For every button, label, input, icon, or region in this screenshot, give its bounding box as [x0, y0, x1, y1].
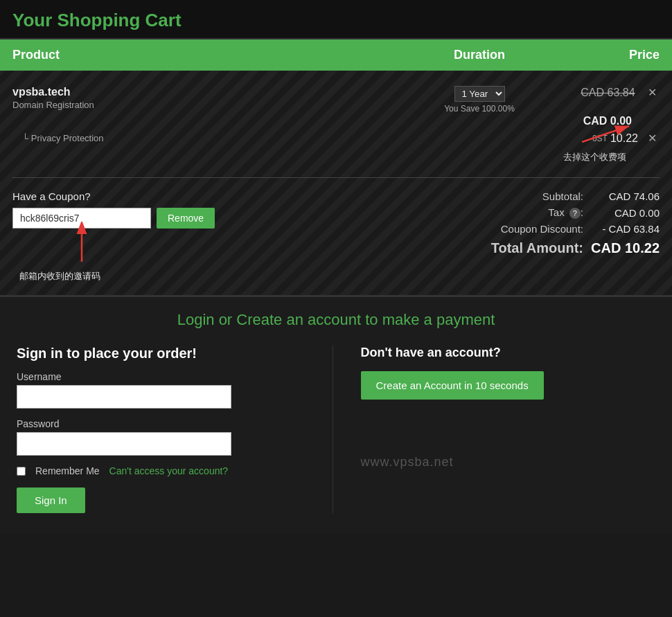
summary-section: Subtotal: CAD 74.06 Tax ?: CAD 0.00 Coup… [466, 190, 660, 260]
coupon-label: Have a Coupon? [12, 190, 466, 202]
login-heading: Login or Create an account to make a pay… [17, 311, 655, 329]
remember-label: Remember Me [35, 465, 100, 476]
page-wrapper: Your Shopping Cart Product Duration Pric… [0, 0, 672, 534]
sign-in-button[interactable]: Sign In [17, 488, 85, 513]
remember-checkbox[interactable] [17, 467, 26, 476]
cart-body: vpsba.tech Domain Registration 1 Year Yo… [0, 71, 672, 177]
privacy-label: └ Privacy Protection [12, 133, 549, 143]
remove-coupon-button[interactable]: Remove [157, 208, 215, 229]
coupon-discount-row: Coupon Discount: - CAD 63.84 [466, 223, 660, 235]
no-account-title: Don't have an account? [361, 346, 656, 360]
tax-label: Tax ?: [548, 206, 583, 219]
price-current-row: CAD 0.00 [12, 115, 660, 127]
privacy-row: └ Privacy Protection 0ST 10.22 ✕ [12, 129, 660, 147]
total-label: Total Amount: [491, 240, 583, 256]
save-text: You Save 100.00% [410, 104, 549, 114]
login-cols: Sign in to place your order! Username Pa… [17, 346, 655, 513]
svg-line-1 [582, 126, 629, 142]
username-input[interactable] [17, 385, 231, 409]
password-label: Password [17, 418, 312, 429]
login-right: Don't have an account? Create an Account… [333, 346, 656, 513]
forgot-link[interactable]: Can't access your account? [109, 465, 229, 476]
item-name: vpsba.tech [12, 86, 410, 98]
item-type: Domain Registration [12, 100, 410, 110]
cart-section: Product Duration Price vpsba.tech Domain… [0, 39, 672, 295]
coupon-annotation: 邮箱内收到的邀请码 [19, 270, 466, 283]
red-arrow-up-icon [68, 222, 96, 263]
remove-item-button[interactable]: ✕ [645, 86, 660, 99]
header-product: Product [12, 48, 410, 62]
header-duration: Duration [410, 48, 549, 62]
duration-select[interactable]: 1 Year [454, 86, 505, 102]
tax-value: CAD 0.00 [590, 207, 660, 219]
header-price: Price [549, 48, 660, 62]
page-title: Your Shopping Cart [0, 0, 672, 39]
red-arrow-icon [582, 123, 637, 143]
remember-row: Remember Me Can't access your account? [17, 465, 312, 476]
cart-header: Product Duration Price [0, 39, 672, 71]
remove-privacy-button[interactable]: ✕ [645, 132, 660, 145]
coupon-section: Have a Coupon? Remove 邮箱内收到的邀请码 [12, 190, 466, 283]
tax-row: Tax ?: CAD 0.00 [466, 206, 660, 219]
total-value: CAD 10.22 [590, 240, 660, 256]
total-row: Total Amount: CAD 10.22 [466, 240, 660, 256]
table-row: vpsba.tech Domain Registration 1 Year Yo… [12, 80, 660, 119]
subtotal-value: CAD 74.06 [590, 190, 660, 202]
subtotal-row: Subtotal: CAD 74.06 [466, 190, 660, 202]
watermark: www.vpsba.net [361, 441, 656, 470]
coupon-discount-label: Coupon Discount: [501, 223, 583, 235]
item-price: CAD 63.84 ✕ [549, 86, 660, 99]
login-left: Sign in to place your order! Username Pa… [17, 346, 333, 513]
annotation-right: 去掉这个收费项 [563, 152, 626, 162]
coupon-input-row: Remove [12, 208, 466, 229]
password-input[interactable] [17, 432, 231, 456]
item-duration: 1 Year You Save 100.00% [410, 86, 549, 114]
item-info: vpsba.tech Domain Registration [12, 86, 410, 110]
login-section: Login or Create an account to make a pay… [0, 295, 672, 534]
price-original: CAD 63.84 [581, 87, 635, 98]
tax-help-icon[interactable]: ? [569, 208, 581, 219]
create-account-button[interactable]: Create an Account in 10 seconds [361, 371, 544, 400]
coupon-summary-row: Have a Coupon? Remove 邮箱内收到的邀请码 [0, 178, 672, 295]
annotation-area: 去掉这个收费项 [12, 147, 660, 168]
subtotal-label: Subtotal: [542, 190, 583, 202]
coupon-discount-value: - CAD 63.84 [590, 223, 660, 235]
sign-in-title: Sign in to place your order! [17, 346, 312, 361]
username-label: Username [17, 371, 312, 382]
